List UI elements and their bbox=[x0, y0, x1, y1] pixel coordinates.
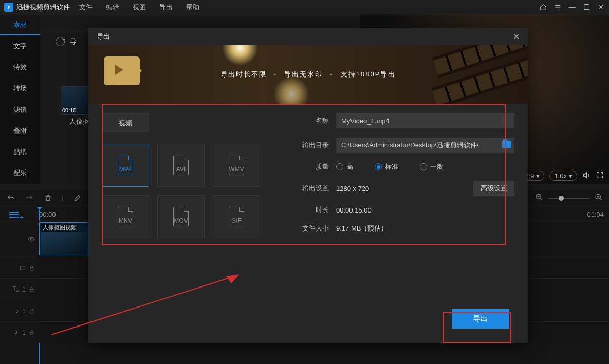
svg-rect-5 bbox=[30, 267, 33, 270]
svg-point-3 bbox=[30, 238, 32, 240]
label-outdir: 输出目录 bbox=[300, 141, 329, 150]
refresh-icon[interactable] bbox=[56, 37, 65, 46]
outdir-input[interactable]: C:\Users\Administrator\Desktop\迅捷剪辑软件\ bbox=[336, 138, 514, 153]
preview-controls: 6:9▾ 1.0x▾ bbox=[520, 171, 604, 181]
timeline-clip[interactable]: 人像抠图视频 bbox=[39, 222, 88, 255]
sidebar-tab-sticker[interactable]: 贴纸 bbox=[0, 142, 40, 163]
clip-duration: 00:15 bbox=[62, 107, 77, 113]
quality-normal[interactable]: 一般 bbox=[420, 162, 444, 171]
speed-selector[interactable]: 1.0x▾ bbox=[549, 171, 577, 181]
fullscreen-icon[interactable] bbox=[596, 171, 604, 181]
format-gif[interactable]: GIF bbox=[213, 195, 260, 238]
ruler-mark: 01:04 bbox=[587, 210, 604, 218]
menu-export[interactable]: 导出 bbox=[159, 3, 173, 12]
export-banner: 导出时长不限• 导出无水印• 支持1080P导出 bbox=[88, 45, 528, 104]
tab-video[interactable]: 视频 bbox=[102, 113, 149, 132]
dialog-title: 导出 bbox=[97, 32, 110, 41]
home-icon[interactable] bbox=[539, 3, 547, 11]
banner-text-1: 导出时长不限 bbox=[220, 70, 267, 79]
timeline-zoom bbox=[535, 193, 603, 203]
svg-rect-0 bbox=[584, 5, 589, 10]
export-dialog: 导出 ✕ 导出时长不限• 导出无水印• 支持1080P导出 视频 MP4 AVI… bbox=[88, 28, 528, 343]
advanced-button[interactable]: 高级设置 bbox=[473, 181, 514, 196]
mic-icon bbox=[13, 330, 19, 336]
svg-rect-6 bbox=[30, 289, 33, 292]
sidebar-tab-effects[interactable]: 特效 bbox=[0, 57, 40, 78]
format-mkv[interactable]: MKV bbox=[102, 195, 149, 238]
svg-rect-7 bbox=[30, 311, 33, 313]
menu-file[interactable]: 文件 bbox=[79, 3, 93, 12]
label-quality: 质量 bbox=[300, 162, 329, 171]
rect-icon bbox=[20, 265, 26, 271]
undo-icon[interactable] bbox=[6, 194, 15, 203]
import-label: 导 bbox=[70, 37, 77, 46]
lock-icon[interactable] bbox=[29, 330, 35, 336]
zoom-in-icon[interactable] bbox=[595, 193, 603, 203]
svg-rect-8 bbox=[15, 330, 16, 333]
quality-high[interactable]: 高 bbox=[336, 162, 353, 171]
titlebar: 迅捷视频剪辑软件 文件 编辑 视图 导出 帮助 — ✕ bbox=[0, 0, 609, 14]
label-name: 名称 bbox=[300, 116, 329, 125]
menu-help[interactable]: 帮助 bbox=[186, 3, 199, 12]
label-outset: 输出设置 bbox=[300, 184, 329, 193]
zoom-out-icon[interactable] bbox=[535, 193, 543, 203]
format-mp4[interactable]: MP4 bbox=[102, 144, 149, 187]
svg-rect-4 bbox=[21, 266, 25, 270]
label-filesize: 文件大小 bbox=[300, 224, 329, 233]
app-name: 迅捷视频剪辑软件 bbox=[16, 3, 70, 12]
volume-icon[interactable] bbox=[582, 171, 590, 181]
format-wmv[interactable]: WMV bbox=[213, 144, 260, 187]
duration-value: 00:00:15.00 bbox=[336, 206, 372, 214]
menubar: 文件 编辑 视图 导出 帮助 bbox=[79, 3, 199, 12]
window-controls: — ✕ bbox=[539, 3, 605, 11]
track-index: 1 bbox=[22, 307, 26, 315]
sidebar: 素材 文字 特效 转场 滤镜 叠附 贴纸 配乐 bbox=[0, 14, 40, 184]
delete-icon[interactable] bbox=[43, 194, 52, 203]
export-button[interactable]: 导出 bbox=[452, 309, 509, 329]
close-icon[interactable]: ✕ bbox=[597, 3, 605, 11]
lock-icon[interactable] bbox=[29, 286, 35, 293]
menu-edit[interactable]: 编辑 bbox=[106, 3, 119, 12]
filesize-value: 9.17 MB（预估） bbox=[336, 224, 387, 233]
label-duration: 时长 bbox=[300, 205, 329, 215]
format-mov[interactable]: MOV bbox=[157, 195, 205, 238]
lock-icon[interactable] bbox=[29, 265, 35, 271]
camera-icon bbox=[104, 56, 140, 85]
track-index: 1 bbox=[22, 285, 26, 293]
app-logo bbox=[4, 3, 13, 12]
edit-icon[interactable] bbox=[72, 194, 82, 203]
hamburger-icon[interactable] bbox=[553, 3, 562, 11]
redo-icon[interactable] bbox=[25, 194, 34, 203]
film-reel-icon bbox=[430, 45, 528, 104]
sidebar-tab-filter[interactable]: 滤镜 bbox=[0, 99, 40, 120]
eye-icon[interactable] bbox=[28, 236, 35, 243]
format-avi[interactable]: AVI bbox=[157, 144, 205, 187]
sidebar-tab-text[interactable]: 文字 bbox=[0, 35, 40, 56]
sidebar-tab-overlay[interactable]: 叠附 bbox=[0, 120, 40, 141]
banner-text-3: 支持1080P导出 bbox=[341, 70, 396, 79]
sidebar-tab-music[interactable]: 配乐 bbox=[0, 163, 40, 184]
lock-icon[interactable] bbox=[29, 308, 35, 314]
folder-icon[interactable] bbox=[502, 141, 511, 148]
add-track-icon[interactable]: + bbox=[9, 212, 19, 219]
sidebar-tab-media[interactable]: 素材 bbox=[0, 14, 40, 35]
maximize-icon[interactable] bbox=[582, 3, 590, 11]
filename-input[interactable]: MyVideo_1.mp4 bbox=[336, 113, 514, 128]
zoom-slider[interactable] bbox=[548, 198, 589, 199]
dialog-close-icon[interactable]: ✕ bbox=[513, 32, 520, 42]
resolution-value: 1280 x 720 bbox=[336, 185, 369, 193]
svg-rect-9 bbox=[30, 332, 33, 335]
menu-view[interactable]: 视图 bbox=[133, 3, 146, 12]
track-index: 1 bbox=[22, 329, 26, 336]
minimize-icon[interactable]: — bbox=[568, 3, 576, 11]
quality-standard[interactable]: 标准 bbox=[375, 162, 398, 171]
timeline-clip-label: 人像抠图视频 bbox=[42, 224, 78, 232]
format-grid: MP4 AVI WMV MKV MOV GIF bbox=[102, 144, 271, 238]
sidebar-tab-transition[interactable]: 转场 bbox=[0, 78, 40, 99]
